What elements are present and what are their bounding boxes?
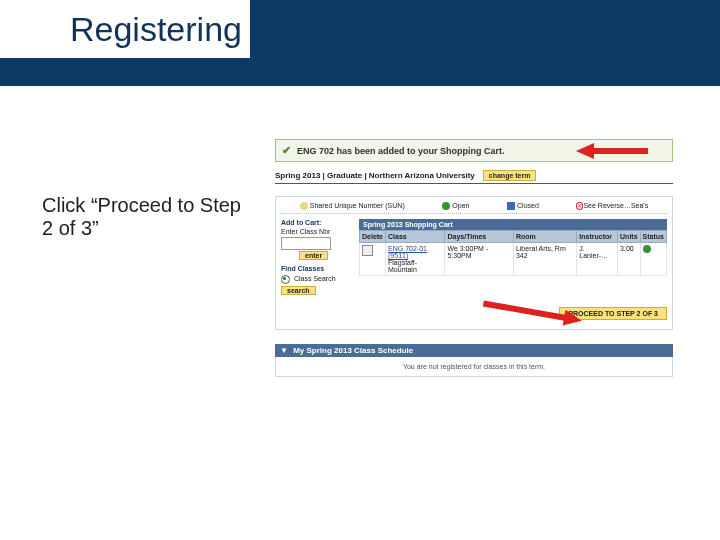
title-band: Registering [0,0,720,86]
col-units: Units [618,231,641,243]
embedded-screenshot: ✔ ENG 702 has been added to your Shoppin… [274,138,674,378]
annotation-arrow-2 [479,298,583,345]
class-nbr-input[interactable] [281,237,331,250]
schedule-section: ▼ My Spring 2013 Class Schedule You are … [275,344,673,377]
cart-table: Delete Class Days/Times Room Instructor … [359,230,667,276]
col-instructor: Instructor [577,231,618,243]
cell-room: Liberal Arts, Rm 342 [513,243,576,276]
sun-icon [300,202,308,210]
schedule-empty-msg: You are not registered for classes in th… [275,357,673,377]
term-line: Spring 2013 | Graduate | Northern Arizon… [275,170,673,184]
col-delete: Delete [360,231,386,243]
legend-sun: Shared Unique Number (SUN) [300,202,405,210]
cart-panel: Shared Unique Number (SUN) Open Closed ✕… [275,196,673,330]
confirmation-banner: ✔ ENG 702 has been added to your Shoppin… [275,139,673,162]
cell-instructor: J. Lanier-… [577,243,618,276]
annotation-arrow-1 [576,141,646,161]
col-class: Class [386,231,445,243]
class-search-option[interactable]: Class Search [281,275,353,284]
confirmation-text: ENG 702 has been added to your Shopping … [297,146,505,156]
legend-closed: Closed [507,202,539,210]
add-to-cart-header: Add to Cart: [281,219,353,226]
status-open-icon [643,245,651,253]
page-title: Registering [70,10,242,49]
cell-units: 3.00 [618,243,641,276]
delete-icon[interactable] [362,245,373,256]
col-room: Room [513,231,576,243]
chevron-down-icon: ▼ [280,346,288,355]
closed-icon [507,202,515,210]
legend-open: Open [442,202,469,210]
cell-days: We 3:00PM - 5:30PM [445,243,513,276]
shopping-cart: Spring 2013 Shopping Cart Delete Class D… [359,219,667,294]
find-classes-header: Find Classes [281,265,353,272]
radio-icon [281,275,290,284]
table-row: ENG 702-01 (9511) Flagstaff-Mountain We … [360,243,667,276]
col-status: Status [640,231,666,243]
col-days: Days/Times [445,231,513,243]
search-button[interactable]: search [281,286,316,295]
open-icon [442,202,450,210]
add-to-cart-box: Add to Cart: Enter Class Nbr enter Find … [281,219,353,294]
legend-row: Shared Unique Number (SUN) Open Closed ✕… [281,202,667,214]
check-icon: ✔ [282,144,291,157]
cart-title: Spring 2013 Shopping Cart [359,219,667,230]
term-text: Spring 2013 | Graduate | Northern Arizon… [275,171,475,180]
class-link[interactable]: ENG 702-01 [388,245,427,252]
title-white-tab: Registering [0,0,250,58]
schedule-header[interactable]: ▼ My Spring 2013 Class Schedule [275,344,673,357]
class-section[interactable]: (9511) [388,252,408,259]
enter-class-nbr-label: Enter Class Nbr [281,228,353,235]
instruction-text: Click “Proceed to Step 2 of 3” [42,194,242,240]
proceed-row: PROCEED TO STEP 2 OF 3 [281,302,667,324]
class-campus: Flagstaff-Mountain [388,259,417,273]
enter-button[interactable]: enter [299,251,328,260]
change-term-button[interactable]: change term [483,170,537,181]
legend-reverse: ✕See Reverse…Sea's [576,202,648,210]
